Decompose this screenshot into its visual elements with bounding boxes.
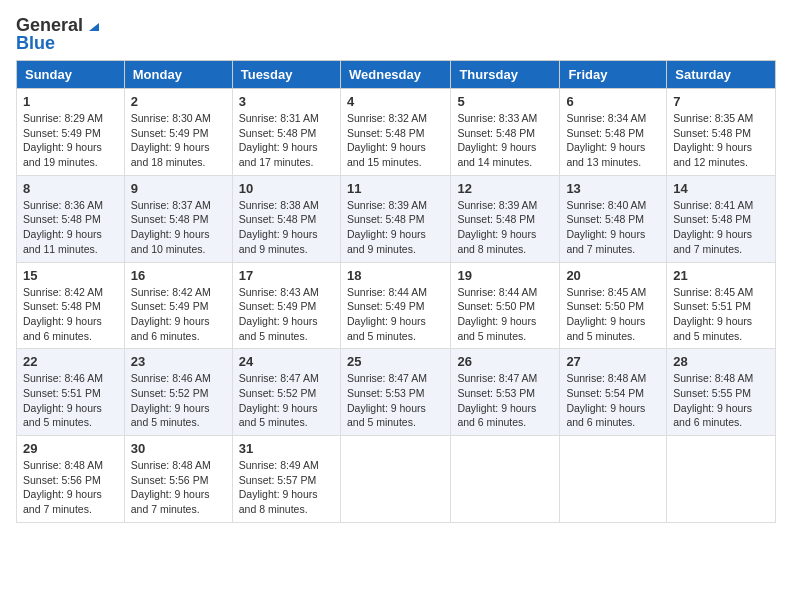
svg-marker-0: [89, 23, 99, 31]
header-wednesday: Wednesday: [340, 61, 450, 89]
logo-general-text: General: [16, 16, 83, 34]
logo: General Blue: [16, 16, 101, 52]
day-info: Sunrise: 8:44 AMSunset: 5:49 PMDaylight:…: [347, 285, 444, 344]
calendar-cell: 14Sunrise: 8:41 AMSunset: 5:48 PMDayligh…: [667, 175, 776, 262]
day-info: Sunrise: 8:46 AMSunset: 5:51 PMDaylight:…: [23, 371, 118, 430]
calendar-cell: 21Sunrise: 8:45 AMSunset: 5:51 PMDayligh…: [667, 262, 776, 349]
header-monday: Monday: [124, 61, 232, 89]
day-info: Sunrise: 8:40 AMSunset: 5:48 PMDaylight:…: [566, 198, 660, 257]
day-info: Sunrise: 8:29 AMSunset: 5:49 PMDaylight:…: [23, 111, 118, 170]
day-info: Sunrise: 8:47 AMSunset: 5:53 PMDaylight:…: [457, 371, 553, 430]
day-number: 5: [457, 94, 553, 109]
calendar-table: SundayMondayTuesdayWednesdayThursdayFrid…: [16, 60, 776, 523]
calendar-cell: 30Sunrise: 8:48 AMSunset: 5:56 PMDayligh…: [124, 436, 232, 523]
day-number: 31: [239, 441, 334, 456]
calendar-cell: 9Sunrise: 8:37 AMSunset: 5:48 PMDaylight…: [124, 175, 232, 262]
day-number: 1: [23, 94, 118, 109]
calendar-cell: 2Sunrise: 8:30 AMSunset: 5:49 PMDaylight…: [124, 89, 232, 176]
day-number: 8: [23, 181, 118, 196]
day-number: 17: [239, 268, 334, 283]
day-number: 22: [23, 354, 118, 369]
calendar-cell: 25Sunrise: 8:47 AMSunset: 5:53 PMDayligh…: [340, 349, 450, 436]
day-info: Sunrise: 8:45 AMSunset: 5:51 PMDaylight:…: [673, 285, 769, 344]
day-number: 12: [457, 181, 553, 196]
day-number: 25: [347, 354, 444, 369]
day-number: 9: [131, 181, 226, 196]
day-info: Sunrise: 8:45 AMSunset: 5:50 PMDaylight:…: [566, 285, 660, 344]
logo-icon: [85, 17, 101, 33]
day-info: Sunrise: 8:36 AMSunset: 5:48 PMDaylight:…: [23, 198, 118, 257]
header-tuesday: Tuesday: [232, 61, 340, 89]
day-number: 29: [23, 441, 118, 456]
header-friday: Friday: [560, 61, 667, 89]
day-number: 27: [566, 354, 660, 369]
calendar-cell: 8Sunrise: 8:36 AMSunset: 5:48 PMDaylight…: [17, 175, 125, 262]
day-number: 15: [23, 268, 118, 283]
day-number: 18: [347, 268, 444, 283]
day-number: 14: [673, 181, 769, 196]
day-number: 26: [457, 354, 553, 369]
calendar-cell: 1Sunrise: 8:29 AMSunset: 5:49 PMDaylight…: [17, 89, 125, 176]
calendar-cell: 17Sunrise: 8:43 AMSunset: 5:49 PMDayligh…: [232, 262, 340, 349]
day-info: Sunrise: 8:32 AMSunset: 5:48 PMDaylight:…: [347, 111, 444, 170]
calendar-cell: 23Sunrise: 8:46 AMSunset: 5:52 PMDayligh…: [124, 349, 232, 436]
calendar-cell: 18Sunrise: 8:44 AMSunset: 5:49 PMDayligh…: [340, 262, 450, 349]
day-info: Sunrise: 8:31 AMSunset: 5:48 PMDaylight:…: [239, 111, 334, 170]
day-number: 19: [457, 268, 553, 283]
day-info: Sunrise: 8:48 AMSunset: 5:54 PMDaylight:…: [566, 371, 660, 430]
day-number: 16: [131, 268, 226, 283]
day-number: 6: [566, 94, 660, 109]
day-info: Sunrise: 8:47 AMSunset: 5:53 PMDaylight:…: [347, 371, 444, 430]
calendar-cell: 16Sunrise: 8:42 AMSunset: 5:49 PMDayligh…: [124, 262, 232, 349]
calendar-cell: 27Sunrise: 8:48 AMSunset: 5:54 PMDayligh…: [560, 349, 667, 436]
calendar-cell: 19Sunrise: 8:44 AMSunset: 5:50 PMDayligh…: [451, 262, 560, 349]
day-number: 30: [131, 441, 226, 456]
page-header: General Blue: [16, 16, 776, 52]
day-number: 7: [673, 94, 769, 109]
calendar-cell: 13Sunrise: 8:40 AMSunset: 5:48 PMDayligh…: [560, 175, 667, 262]
day-number: 21: [673, 268, 769, 283]
header-saturday: Saturday: [667, 61, 776, 89]
day-info: Sunrise: 8:46 AMSunset: 5:52 PMDaylight:…: [131, 371, 226, 430]
day-number: 24: [239, 354, 334, 369]
calendar-cell: 29Sunrise: 8:48 AMSunset: 5:56 PMDayligh…: [17, 436, 125, 523]
header-sunday: Sunday: [17, 61, 125, 89]
logo-blue-text: Blue: [16, 34, 101, 52]
calendar-cell: 15Sunrise: 8:42 AMSunset: 5:48 PMDayligh…: [17, 262, 125, 349]
calendar-cell: 7Sunrise: 8:35 AMSunset: 5:48 PMDaylight…: [667, 89, 776, 176]
day-number: 28: [673, 354, 769, 369]
calendar-cell: 20Sunrise: 8:45 AMSunset: 5:50 PMDayligh…: [560, 262, 667, 349]
calendar-cell: [340, 436, 450, 523]
day-number: 23: [131, 354, 226, 369]
calendar-cell: [667, 436, 776, 523]
day-number: 20: [566, 268, 660, 283]
day-info: Sunrise: 8:30 AMSunset: 5:49 PMDaylight:…: [131, 111, 226, 170]
day-number: 13: [566, 181, 660, 196]
calendar-cell: 28Sunrise: 8:48 AMSunset: 5:55 PMDayligh…: [667, 349, 776, 436]
day-info: Sunrise: 8:48 AMSunset: 5:56 PMDaylight:…: [23, 458, 118, 517]
calendar-cell: 11Sunrise: 8:39 AMSunset: 5:48 PMDayligh…: [340, 175, 450, 262]
calendar-cell: 4Sunrise: 8:32 AMSunset: 5:48 PMDaylight…: [340, 89, 450, 176]
day-info: Sunrise: 8:43 AMSunset: 5:49 PMDaylight:…: [239, 285, 334, 344]
calendar-cell: 5Sunrise: 8:33 AMSunset: 5:48 PMDaylight…: [451, 89, 560, 176]
header-thursday: Thursday: [451, 61, 560, 89]
calendar-cell: 31Sunrise: 8:49 AMSunset: 5:57 PMDayligh…: [232, 436, 340, 523]
calendar-cell: 26Sunrise: 8:47 AMSunset: 5:53 PMDayligh…: [451, 349, 560, 436]
day-number: 3: [239, 94, 334, 109]
day-info: Sunrise: 8:38 AMSunset: 5:48 PMDaylight:…: [239, 198, 334, 257]
day-info: Sunrise: 8:39 AMSunset: 5:48 PMDaylight:…: [347, 198, 444, 257]
day-info: Sunrise: 8:34 AMSunset: 5:48 PMDaylight:…: [566, 111, 660, 170]
day-info: Sunrise: 8:42 AMSunset: 5:48 PMDaylight:…: [23, 285, 118, 344]
day-info: Sunrise: 8:35 AMSunset: 5:48 PMDaylight:…: [673, 111, 769, 170]
day-number: 4: [347, 94, 444, 109]
day-info: Sunrise: 8:44 AMSunset: 5:50 PMDaylight:…: [457, 285, 553, 344]
calendar-cell: 3Sunrise: 8:31 AMSunset: 5:48 PMDaylight…: [232, 89, 340, 176]
calendar-cell: 6Sunrise: 8:34 AMSunset: 5:48 PMDaylight…: [560, 89, 667, 176]
day-info: Sunrise: 8:48 AMSunset: 5:56 PMDaylight:…: [131, 458, 226, 517]
day-number: 11: [347, 181, 444, 196]
day-info: Sunrise: 8:47 AMSunset: 5:52 PMDaylight:…: [239, 371, 334, 430]
calendar-cell: 22Sunrise: 8:46 AMSunset: 5:51 PMDayligh…: [17, 349, 125, 436]
day-info: Sunrise: 8:48 AMSunset: 5:55 PMDaylight:…: [673, 371, 769, 430]
calendar-cell: [560, 436, 667, 523]
day-info: Sunrise: 8:37 AMSunset: 5:48 PMDaylight:…: [131, 198, 226, 257]
